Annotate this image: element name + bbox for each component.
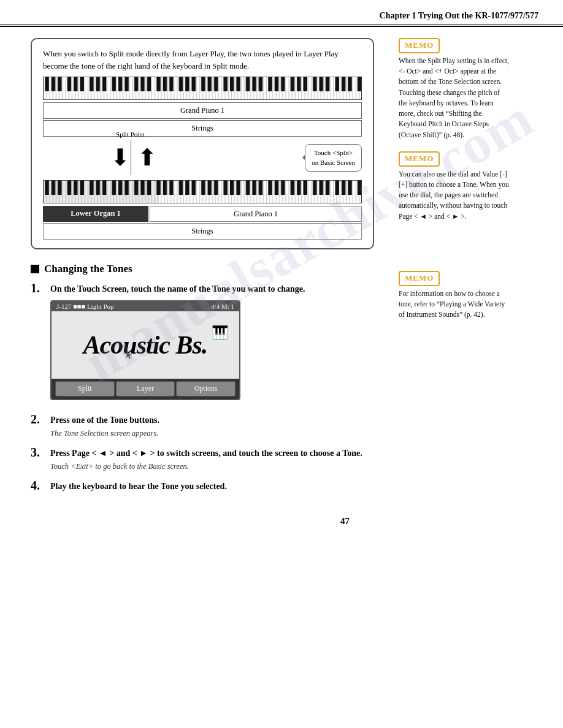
content-area: When you switch to Split mode directly f…: [0, 27, 393, 551]
memo-box-2: MEMO You can also use the dial and Value…: [399, 151, 509, 222]
step-2-sub: The Tone Selection screen appears.: [50, 429, 374, 438]
sidebar: MEMO When the Split Play setting is in e…: [393, 27, 521, 551]
chapter-title: Chapter 1 Trying Out the KR-1077/977/577: [380, 11, 538, 20]
arrow-down-icon: ⬇: [110, 140, 130, 175]
ts-btn-layer[interactable]: Layer: [116, 381, 175, 396]
step-4: 4. Play the keyboard to hear the Tone yo…: [31, 480, 374, 495]
step-3: 3. Press Page < ◄ > and < ► > to switch …: [31, 447, 374, 471]
info-box: When you switch to Split mode directly f…: [31, 38, 374, 249]
memo-title-2: MEMO: [399, 151, 440, 167]
ts-btn-split[interactable]: Split: [55, 381, 115, 396]
section-title: Changing the Tones: [44, 263, 132, 275]
touchscreen-mockup: J-127 ■■■ Light Pop 4/4 M: 1 Acoustic Bs…: [50, 300, 240, 400]
piano-keyboard-1: [43, 77, 362, 100]
step-1-content: On the Touch Screen, touch the name of t…: [50, 282, 374, 405]
piano-svg-2: [43, 180, 362, 203]
split-point-label: Split Point: [113, 129, 147, 140]
tone-bar-1: Grand Piano 1: [43, 102, 362, 119]
ts-big-text: Acoustic Bs.: [83, 330, 208, 360]
page-header: Chapter 1 Trying Out the KR-1077/977/577: [0, 0, 563, 26]
main-layout: When you switch to Split mode directly f…: [0, 27, 563, 551]
cursor-icon: [124, 351, 135, 362]
step-1-num: 1.: [31, 281, 50, 295]
memo-text-3: For information on how to choose a tone,…: [399, 289, 509, 320]
step-2-main: Press one of the Tone buttons.: [50, 414, 374, 427]
step-2-content: Press one of the Tone buttons. The Tone …: [50, 414, 374, 438]
memo-text-2: You can also use the dial and Value [-] …: [399, 169, 509, 222]
step-1: 1. On the Touch Screen, touch the name o…: [31, 282, 374, 405]
tone-bar-2: Strings: [43, 120, 362, 137]
memo-text-1: When the Split Play setting is in effect…: [399, 56, 509, 140]
section-square-icon: [31, 265, 39, 273]
memo-title-1: MEMO: [399, 38, 440, 53]
piano-svg-1: [43, 77, 362, 100]
svg-rect-1: [43, 77, 362, 100]
memo-title-3: MEMO: [399, 271, 440, 286]
speech-bubble-line2: on Basic Screen: [312, 157, 355, 168]
ts-body[interactable]: Acoustic Bs. 🎹: [52, 311, 239, 379]
step-3-main: Press Page < ◄ > and < ► > to switch scr…: [50, 447, 374, 460]
step-3-sub: Touch <Exit> to go back to the Basic scr…: [50, 462, 374, 471]
ts-header: J-127 ■■■ Light Pop 4/4 M: 1: [52, 301, 239, 311]
piano-icon: 🎹: [212, 325, 228, 341]
ts-header-left: J-127 ■■■ Light Pop: [56, 303, 114, 310]
ts-footer: Split Layer Options: [52, 379, 239, 399]
split-tone-bottom: Strings: [43, 223, 362, 240]
step-2: 2. Press one of the Tone buttons. The To…: [31, 414, 374, 438]
memo-box-3: MEMO For information on how to choose a …: [399, 271, 509, 320]
step-1-main: On the Touch Screen, touch the name of t…: [50, 282, 374, 295]
ts-btn-options[interactable]: Options: [176, 381, 236, 396]
arrow-area: ⬇ ⬆ Split Point Touch <Split> on Basic S…: [43, 140, 362, 175]
step-3-num: 3.: [31, 446, 50, 460]
speech-bubble: Touch <Split> on Basic Screen: [305, 144, 362, 172]
svg-rect-25: [43, 180, 159, 203]
split-point-line: [131, 140, 131, 175]
split-tone-right: Grand Piano 1: [150, 206, 362, 222]
split-tone-row: Lower Organ 1 Grand Piano 1: [43, 206, 362, 222]
step-4-num: 4.: [31, 479, 50, 493]
section-header: Changing the Tones: [31, 263, 374, 275]
piano-keyboard-2: [43, 180, 362, 203]
speech-bubble-line1: Touch <Split>: [312, 148, 355, 158]
step-4-main: Play the keyboard to hear the Tone you s…: [50, 480, 374, 493]
page-number: 47: [31, 504, 374, 533]
info-box-text: When you switch to Split mode directly f…: [43, 49, 339, 70]
ts-header-right: 4/4 M: 1: [211, 303, 234, 310]
step-2-num: 2.: [31, 412, 50, 427]
split-tone-left: Lower Organ 1: [43, 206, 148, 222]
step-3-content: Press Page < ◄ > and < ► > to switch scr…: [50, 447, 374, 471]
arrow-up-icon: ⬆: [137, 140, 157, 175]
step-4-content: Play the keyboard to hear the Tone you s…: [50, 480, 374, 495]
memo-box-1: MEMO When the Split Play setting is in e…: [399, 38, 509, 140]
